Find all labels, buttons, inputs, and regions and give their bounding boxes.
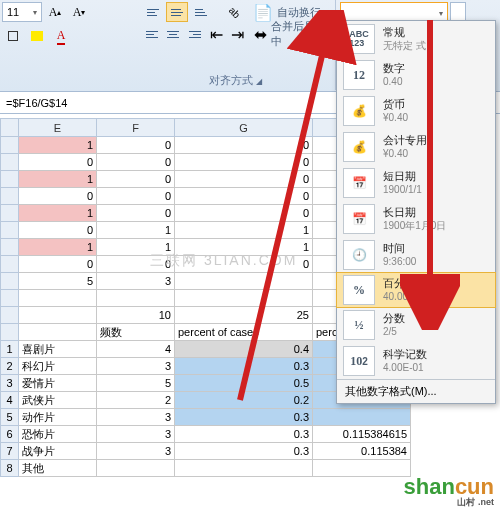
number-format-百分比[interactable]: %百分比40.00%	[336, 272, 496, 308]
number-format-数字[interactable]: 12数字0.40	[337, 57, 495, 93]
decrease-indent-button[interactable]: ⇤	[206, 24, 225, 44]
increase-indent-button[interactable]: ⇥	[228, 24, 247, 44]
number-format-短日期[interactable]: 📅短日期1900/1/1	[337, 165, 495, 201]
format-icon: 🕘	[343, 240, 375, 270]
format-icon: 12	[343, 60, 375, 90]
align-center-button[interactable]	[163, 24, 182, 44]
conditional-format-button[interactable]	[450, 2, 466, 22]
format-icon: 💰	[343, 132, 375, 162]
format-icon: %	[343, 275, 375, 305]
format-icon: 💰	[343, 96, 375, 126]
more-number-formats[interactable]: 其他数字格式(M)...	[337, 379, 495, 403]
formula-text: =$F16/G$14	[6, 97, 67, 109]
watermark: 三联网 3LIAN.COM	[150, 252, 297, 270]
font-color-button[interactable]: A	[50, 26, 72, 46]
align-middle-button[interactable]	[166, 2, 188, 22]
align-right-button[interactable]	[185, 24, 204, 44]
merge-icon: ⬌	[254, 25, 267, 44]
number-format-长日期[interactable]: 📅长日期1900年1月0日	[337, 201, 495, 237]
number-format-menu: ABC123常规无特定 式12数字0.40💰货币¥0.40💰会计专用¥0.40📅…	[336, 20, 496, 404]
table-row[interactable]: 8其他	[1, 460, 411, 477]
format-icon: 📅	[343, 204, 375, 234]
chevron-down-icon: ▾	[33, 8, 37, 17]
align-left-button[interactable]	[142, 24, 161, 44]
table-row[interactable]: 5动作片30.3	[1, 409, 411, 426]
align-bottom-button[interactable]	[190, 2, 212, 22]
align-top-button[interactable]	[142, 2, 164, 22]
chevron-down-icon: ▾	[439, 9, 443, 18]
number-format-科学记数[interactable]: 102科学记数4.00E-01	[337, 343, 495, 379]
format-icon: ABC123	[343, 24, 375, 54]
border-button[interactable]	[2, 26, 24, 46]
group-label: 对齐方式 ◢	[136, 73, 335, 88]
fill-color-button[interactable]	[26, 26, 48, 46]
format-icon: 📅	[343, 168, 375, 198]
col-header[interactable]: F	[97, 119, 175, 137]
increase-font-button[interactable]: A▴	[44, 2, 66, 22]
logo: shancun 山村 .net	[404, 474, 494, 509]
number-format-会计专用[interactable]: 💰会计专用¥0.40	[337, 129, 495, 165]
font-size-selector[interactable]: 11▾	[2, 2, 42, 22]
merge-center-button[interactable]: ⬌合并后居中▾	[249, 24, 329, 44]
table-row[interactable]: 6恐怖片30.30.115384615	[1, 426, 411, 443]
number-format-时间[interactable]: 🕘时间9:36:00	[337, 237, 495, 273]
format-icon: ½	[343, 310, 375, 340]
col-header[interactable]: G	[175, 119, 313, 137]
orientation-button[interactable]: ab	[224, 2, 246, 22]
decrease-font-button[interactable]: A▾	[68, 2, 90, 22]
number-format-常规[interactable]: ABC123常规无特定 式	[337, 21, 495, 57]
wrap-icon: 📄	[253, 3, 273, 22]
number-format-分数[interactable]: ½分数2/5	[337, 307, 495, 343]
format-icon: 102	[343, 346, 375, 376]
alignment-group: ab 📄自动换行 ⇤ ⇥ ⬌合并后居中▾ 对齐方式 ◢	[136, 0, 336, 90]
col-header[interactable]: E	[19, 119, 97, 137]
number-format-货币[interactable]: 💰货币¥0.40	[337, 93, 495, 129]
table-row[interactable]: 7战争片30.30.115384	[1, 443, 411, 460]
